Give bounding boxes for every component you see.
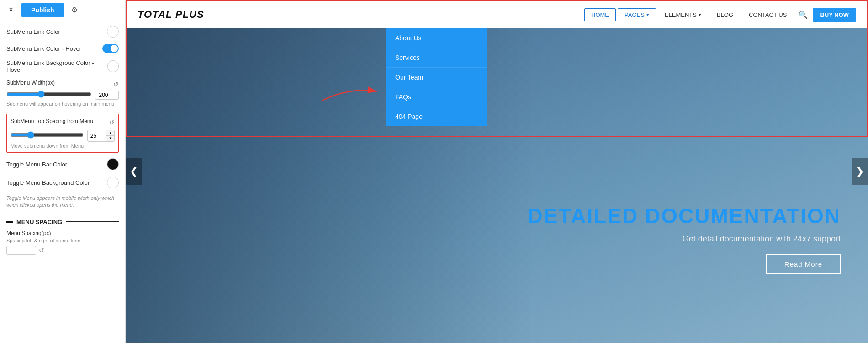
top-bar: × Publish ⚙ (0, 0, 125, 20)
toggle-bg-color-label: Toggle Menu Background Color (6, 179, 90, 186)
hero-section: ❮ ❯ DETAILED DOCUMENTATION Get detail do… (126, 0, 868, 343)
submenu-bg-color-hover-label: SubMenu Link Backgroud Color - Hover (6, 59, 107, 73)
menu-spacing-reset[interactable]: ↺ (39, 246, 44, 255)
right-panel: ❮ ❯ DETAILED DOCUMENTATION Get detail do… (126, 0, 868, 343)
close-button[interactable]: × (5, 4, 17, 16)
arrow-left-icon: ❮ (130, 166, 138, 177)
hero-subtitle: Get detail documentation with 24x7 suppo… (528, 234, 841, 244)
hero-content: DETAILED DOCUMENTATION Get detail docume… (528, 204, 841, 274)
nav-search-icon[interactable]: 🔍 (799, 11, 807, 19)
site-header: TOTAL PLUS HOME PAGES ▾ ELEMENTS ▾ BLOG … (126, 0, 868, 28)
submenu-width-slider[interactable] (6, 91, 91, 98)
nav-home[interactable]: HOME (584, 8, 616, 21)
nav-elements-label: ELEMENTS (665, 11, 697, 18)
pages-chevron-icon: ▾ (646, 12, 649, 18)
nav-menu: HOME PAGES ▾ ELEMENTS ▾ BLOG CONTACT US … (584, 8, 856, 22)
toggle-bar-color-toggle[interactable] (107, 158, 119, 170)
submenu-top-spacing-reset[interactable]: ↺ (109, 119, 115, 126)
submenu-width-reset[interactable]: ↺ (113, 80, 119, 88)
hero-arrow-left[interactable]: ❮ (126, 158, 142, 185)
section-title-square (6, 221, 13, 223)
menu-spacing-hint: Spacing left & right of menu items (6, 238, 119, 243)
menu-spacing-input[interactable] (6, 246, 36, 255)
submenu-top-spacing-slider[interactable] (11, 131, 84, 139)
hero-title: DETAILED DOCUMENTATION (528, 204, 841, 228)
divider-1 (6, 214, 119, 214)
nav-blog[interactable]: BLOG (710, 8, 740, 21)
submenu-link-color-hover-row: SubMenu Link Color - Hover (6, 44, 119, 53)
submenu-link-color-row: SubMenu Link Color (6, 26, 119, 38)
site-logo: TOTAL PLUS (138, 9, 204, 21)
arrow-right-icon: ❯ (856, 166, 864, 177)
nav-contact[interactable]: CONTACT US (742, 8, 794, 21)
nav-pages-label: PAGES (625, 11, 645, 18)
section-title-line (66, 221, 119, 222)
submenu-link-color-hover-toggle[interactable] (102, 44, 119, 53)
menu-spacing-px-label: Menu Spacing(px) (6, 230, 119, 236)
submenu-top-spacing-hint: Move submenu down from Menu (11, 143, 115, 149)
publish-button[interactable]: Publish (21, 3, 64, 17)
submenu-link-color-hover-label: SubMenu Link Color - Hover (6, 45, 81, 52)
spinner-down-button[interactable]: ▼ (106, 136, 115, 141)
left-panel: × Publish ⚙ SubMenu Link Color SubMenu L… (0, 0, 126, 343)
spinner-arrows: ▲ ▼ (106, 130, 115, 141)
submenu-width-label: SubMenu Width(px) (6, 80, 55, 86)
submenu-link-color-label: SubMenu Link Color (6, 28, 60, 35)
submenu-width-hint: Submenu will appear on hovering on main … (6, 101, 119, 107)
toggle-bar-color-label: Toggle Menu Bar Color (6, 161, 67, 168)
submenu-top-spacing-spinner: 25 ▲ ▼ (87, 130, 115, 142)
menu-spacing-section-title: MENU SPACING (6, 219, 119, 225)
menu-spacing-label: MENU SPACING (16, 219, 62, 225)
panel-scroll: SubMenu Link Color SubMenu Link Color - … (0, 20, 125, 343)
gear-button[interactable]: ⚙ (68, 4, 81, 16)
submenu-bg-color-hover-row: SubMenu Link Backgroud Color - Hover (6, 59, 119, 73)
submenu-width-input[interactable]: 200 (95, 91, 119, 100)
submenu-bg-color-hover-toggle[interactable] (107, 60, 119, 72)
submenu-top-spacing-section: SubMenu Top Spacing from Menu ↺ 25 ▲ ▼ M… (6, 114, 119, 153)
nav-pages[interactable]: PAGES ▾ (618, 8, 656, 21)
toggle-bg-color-toggle[interactable] (107, 177, 119, 188)
submenu-top-spacing-input[interactable]: 25 (88, 131, 106, 140)
nav-buy-button[interactable]: BUY NOW (813, 8, 856, 22)
read-more-button[interactable]: Read More (766, 254, 841, 274)
hero-man-shadow (126, 0, 534, 343)
menu-spacing-px-row: Menu Spacing(px) Spacing left & right of… (6, 230, 119, 255)
toggle-bg-color-row: Toggle Menu Background Color (6, 177, 119, 188)
submenu-link-color-toggle[interactable] (107, 26, 119, 38)
submenu-top-spacing-label: SubMenu Top Spacing from Menu (11, 118, 93, 124)
spinner-up-button[interactable]: ▲ (106, 130, 115, 136)
nav-elements[interactable]: ELEMENTS ▾ (658, 8, 708, 21)
hero-arrow-right[interactable]: ❯ (852, 158, 868, 185)
elements-chevron-icon: ▾ (699, 12, 701, 18)
toggle-bar-color-row: Toggle Menu Bar Color (6, 158, 119, 170)
submenu-width-row: SubMenu Width(px) ↺ 200 Submenu will app… (6, 80, 119, 107)
toggle-note: Toggle Menu appears in mobile width only… (6, 195, 119, 209)
